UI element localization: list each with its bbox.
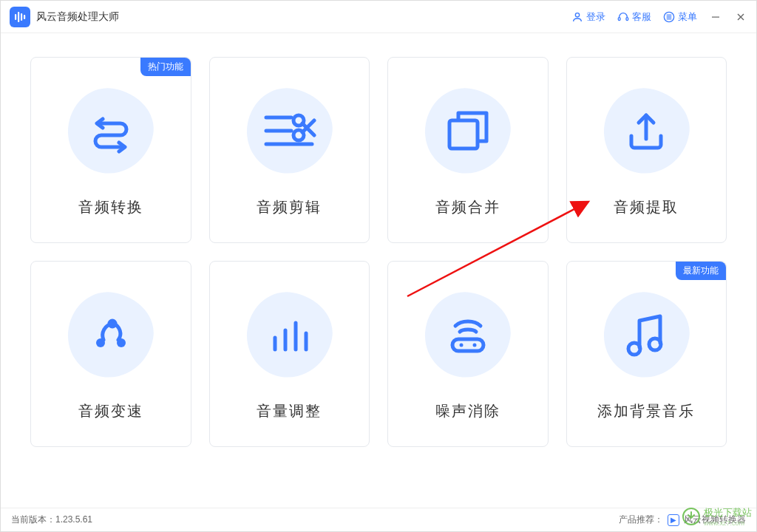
card-icon-wrap [63,83,159,180]
app-window: 风云音频处理大师 登录 客服 菜单 [0,0,757,532]
titlebar-right: 登录 客服 菜单 [571,10,747,24]
svg-point-26 [649,338,661,350]
volume-icon [266,313,312,358]
card-icon-wrap [598,83,694,180]
menu-label: 菜单 [678,10,697,24]
titlebar: 风云音频处理大师 登录 客服 菜单 [1,1,756,33]
reco-icon: ▶ [668,514,679,526]
app-logo-icon [10,7,30,27]
card-label: 音频转换 [78,197,143,217]
statusbar: 当前版本：1.23.5.61 产品推荐： ▶ 风云视频转换器 [1,508,756,531]
card-add-bgm[interactable]: 最新功能 添加背景音乐 [566,261,727,447]
card-audio-extract[interactable]: 音频提取 [566,57,727,243]
svg-point-24 [472,343,476,347]
card-icon-wrap [241,287,337,383]
card-icon-wrap [420,287,516,383]
svg-rect-14 [449,120,478,149]
svg-rect-8 [712,16,719,17]
feature-grid: 热门功能 音频转换 [30,57,727,447]
svg-rect-1 [18,12,19,22]
card-audio-speed[interactable]: 音频变速 [30,261,191,447]
card-icon-wrap [241,83,337,180]
login-label: 登录 [586,10,605,24]
card-label: 噪声消除 [435,401,500,421]
extract-icon [622,108,670,155]
titlebar-left: 风云音频处理大师 [10,7,119,27]
product-reco[interactable]: 产品推荐： ▶ 风云视频转换器 [619,514,746,526]
svg-point-25 [628,343,640,355]
card-label: 音频剪辑 [257,197,322,217]
close-button[interactable] [734,10,747,24]
content-area: 热门功能 音频转换 [1,33,756,508]
svg-rect-22 [452,339,483,351]
new-badge: 最新功能 [676,262,726,280]
card-audio-convert[interactable]: 热门功能 音频转换 [30,57,191,243]
app-title: 风云音频处理大师 [36,10,119,24]
card-icon-wrap [63,287,159,383]
card-icon-wrap [598,287,694,383]
svg-rect-2 [21,13,22,21]
svg-rect-5 [618,17,620,20]
card-icon-wrap [420,83,516,180]
svg-rect-3 [24,15,25,19]
menu-button[interactable]: 菜单 [663,10,697,24]
convert-icon [85,106,137,157]
card-audio-cut[interactable]: 音频剪辑 [209,57,370,243]
card-label: 音频提取 [614,197,679,217]
card-noise-remove[interactable]: 噪声消除 [387,261,549,447]
merge-icon [444,107,492,156]
card-label: 音频合并 [435,197,500,217]
svg-point-23 [459,343,463,347]
card-label: 音量调整 [257,401,322,421]
speed-icon [86,310,136,361]
card-audio-merge[interactable]: 音频合并 [387,57,549,243]
svg-point-4 [575,13,579,16]
card-volume-adjust[interactable]: 音量调整 [209,261,370,447]
card-label: 添加背景音乐 [597,401,695,421]
version-text: 当前版本：1.23.5.61 [11,514,92,526]
noise-icon [444,311,492,360]
hot-badge: 热门功能 [140,58,191,76]
card-label: 音频变速 [78,401,143,421]
music-icon [623,310,669,361]
minimize-button[interactable] [709,10,722,24]
login-button[interactable]: 登录 [571,10,605,24]
cut-icon [262,109,316,154]
support-button[interactable]: 客服 [617,10,651,24]
svg-rect-6 [626,17,628,20]
support-label: 客服 [632,10,651,24]
svg-rect-0 [15,14,16,20]
